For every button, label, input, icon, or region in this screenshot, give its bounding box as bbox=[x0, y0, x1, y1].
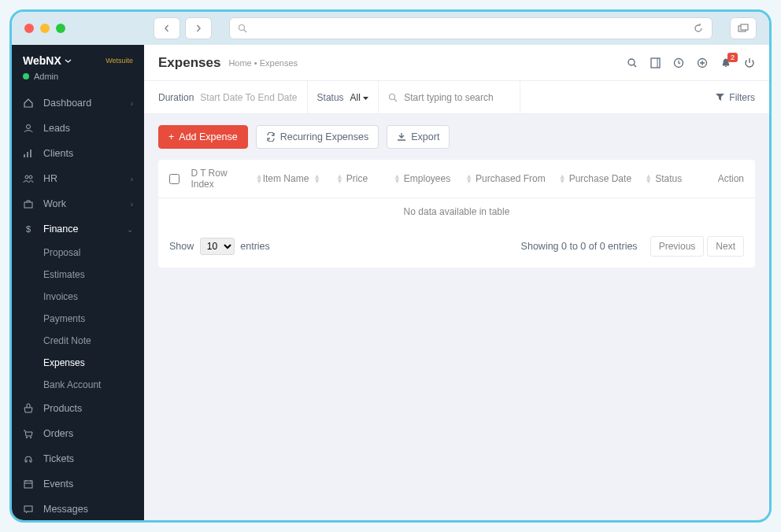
minimize-window[interactable] bbox=[40, 24, 50, 33]
people-icon bbox=[23, 173, 34, 184]
svg-line-25 bbox=[394, 99, 397, 102]
sidebar-header: WebNX Wetsuite bbox=[12, 45, 144, 72]
sidebar: WebNX Wetsuite Admin Dashboard›LeadsClie… bbox=[12, 45, 144, 520]
table-footer: Show 10 entries Showing 0 to 0 of 0 entr… bbox=[158, 225, 755, 268]
add-expense-button[interactable]: + Add Expense bbox=[158, 125, 248, 149]
windows-icon[interactable] bbox=[730, 17, 757, 39]
svg-point-10 bbox=[30, 437, 31, 438]
topbar-clock-icon[interactable] bbox=[673, 57, 684, 68]
col-price[interactable]: ▲▼Price bbox=[335, 173, 392, 184]
home-icon bbox=[23, 98, 34, 109]
sidebar-subitem-credit-note[interactable]: Credit Note bbox=[12, 330, 144, 352]
svg-rect-20 bbox=[651, 58, 660, 68]
col-purchasedate[interactable]: ▲▼Purchase Date bbox=[557, 173, 644, 184]
sort-icon: ▲▼ bbox=[336, 174, 343, 184]
topbar-search-icon[interactable] bbox=[627, 57, 638, 68]
case-icon bbox=[23, 198, 34, 209]
basket-icon bbox=[23, 403, 34, 414]
status-filter[interactable]: Status All bbox=[308, 81, 379, 113]
sidebar-item-leads[interactable]: Leads bbox=[12, 116, 144, 141]
export-icon bbox=[397, 132, 406, 142]
select-all-checkbox[interactable] bbox=[169, 174, 191, 184]
sidebar-item-dashboard[interactable]: Dashboard› bbox=[12, 91, 144, 116]
col-purchasedfrom[interactable]: ▲▼Purchased From bbox=[464, 173, 557, 184]
expenses-table: D T Row Index▲▼ Item Name▲▼ ▲▼Price ▲▼Em… bbox=[158, 160, 755, 268]
sidebar-item-tickets[interactable]: Tickets bbox=[12, 446, 144, 471]
page-size-select[interactable]: 10 bbox=[200, 238, 235, 255]
chevron-down-icon: ⌄ bbox=[127, 225, 133, 234]
chevron-right-icon: › bbox=[131, 175, 133, 183]
sidebar-item-orders[interactable]: Orders bbox=[12, 421, 144, 446]
sidebar-subitem-invoices[interactable]: Invoices bbox=[12, 286, 144, 308]
brand-switcher[interactable]: WebNX bbox=[23, 54, 72, 67]
col-itemname[interactable]: Item Name▲▼ bbox=[263, 173, 335, 184]
filter-icon bbox=[716, 93, 724, 102]
topbar-bell-icon[interactable]: 2 bbox=[720, 57, 731, 68]
sidebar-subitem-expenses[interactable]: Expenses bbox=[12, 352, 144, 374]
table-header: D T Row Index▲▼ Item Name▲▼ ▲▼Price ▲▼Em… bbox=[158, 160, 755, 198]
status-label: Status bbox=[317, 92, 344, 103]
browser-chrome bbox=[12, 12, 769, 45]
maximize-window[interactable] bbox=[56, 24, 65, 33]
svg-point-5 bbox=[25, 175, 28, 179]
svg-point-6 bbox=[29, 175, 32, 179]
recurring-expenses-button[interactable]: Recurring Expenses bbox=[256, 125, 379, 149]
sidebar-subitem-bank-account[interactable]: Bank Account bbox=[12, 374, 144, 396]
browser-window: WebNX Wetsuite Admin Dashboard›LeadsClie… bbox=[9, 9, 772, 523]
sidebar-item-clients[interactable]: Clients bbox=[12, 141, 144, 166]
page-title: Expenses bbox=[158, 55, 220, 71]
chevron-right-icon: › bbox=[131, 99, 133, 108]
sidebar-item-products[interactable]: Products bbox=[12, 396, 144, 421]
topbar-icons: 2 bbox=[627, 57, 755, 68]
duration-placeholder: Start Date To End Date bbox=[200, 92, 297, 103]
brand-name: WebNX bbox=[23, 54, 61, 67]
status-dot-icon bbox=[23, 73, 29, 79]
sidebar-item-messages[interactable]: Messages bbox=[12, 497, 144, 520]
topbar-notes-icon[interactable] bbox=[650, 57, 661, 68]
sidebar-item-label: Products bbox=[43, 403, 82, 414]
sidebar-item-label: Work bbox=[43, 198, 66, 209]
recurring-label: Recurring Expenses bbox=[280, 131, 369, 142]
sidebar-item-events[interactable]: Events bbox=[12, 471, 144, 497]
sidebar-item-label: Leads bbox=[43, 123, 70, 134]
sidebar-item-label: Events bbox=[43, 478, 73, 490]
cart-icon bbox=[23, 428, 34, 439]
sidebar-item-finance[interactable]: $Finance⌄ bbox=[12, 216, 144, 242]
table-search[interactable]: Start typing to search bbox=[379, 81, 520, 113]
col-rowindex[interactable]: D T Row Index▲▼ bbox=[191, 168, 262, 190]
col-status[interactable]: ▲▼Status bbox=[643, 173, 701, 184]
filters-button[interactable]: Filters bbox=[716, 92, 755, 103]
url-bar[interactable] bbox=[229, 17, 713, 39]
sidebar-subitem-estimates[interactable]: Estimates bbox=[12, 264, 144, 286]
search-icon bbox=[388, 93, 398, 102]
col-employees[interactable]: ▲▼Employees bbox=[392, 173, 464, 184]
close-window[interactable] bbox=[24, 24, 34, 33]
topbar-power-icon[interactable] bbox=[744, 57, 755, 68]
role-indicator: Admin bbox=[12, 72, 144, 91]
sort-icon: ▲▼ bbox=[465, 174, 472, 184]
sidebar-item-work[interactable]: Work› bbox=[12, 191, 144, 216]
add-expense-label: Add Expense bbox=[179, 131, 237, 142]
export-button[interactable]: Export bbox=[387, 125, 450, 149]
sidebar-item-label: Messages bbox=[43, 504, 88, 515]
forward-button[interactable] bbox=[185, 17, 212, 39]
sidebar-item-hr[interactable]: HR› bbox=[12, 166, 144, 191]
headset-icon bbox=[23, 453, 34, 464]
next-page-button[interactable]: Next bbox=[707, 236, 744, 257]
prev-page-button[interactable]: Previous bbox=[650, 236, 705, 257]
user-icon bbox=[23, 123, 34, 134]
back-button[interactable] bbox=[154, 17, 180, 39]
sidebar-subitem-proposal[interactable]: Proposal bbox=[12, 242, 144, 264]
filters-bar: Duration Start Date To End Date Status A… bbox=[144, 81, 769, 114]
dollar-icon: $ bbox=[23, 224, 34, 235]
sidebar-item-label: HR bbox=[43, 173, 57, 184]
svg-text:$: $ bbox=[26, 224, 31, 234]
sort-icon: ▲▼ bbox=[645, 174, 652, 184]
sidebar-item-label: Clients bbox=[43, 148, 73, 159]
duration-filter[interactable]: Duration Start Date To End Date bbox=[158, 81, 308, 113]
sidebar-item-label: Orders bbox=[43, 428, 73, 439]
sidebar-subitem-payments[interactable]: Payments bbox=[12, 308, 144, 330]
entries-label: entries bbox=[240, 241, 270, 252]
topbar-add-icon[interactable] bbox=[697, 57, 708, 68]
refresh-icon[interactable] bbox=[693, 23, 704, 34]
